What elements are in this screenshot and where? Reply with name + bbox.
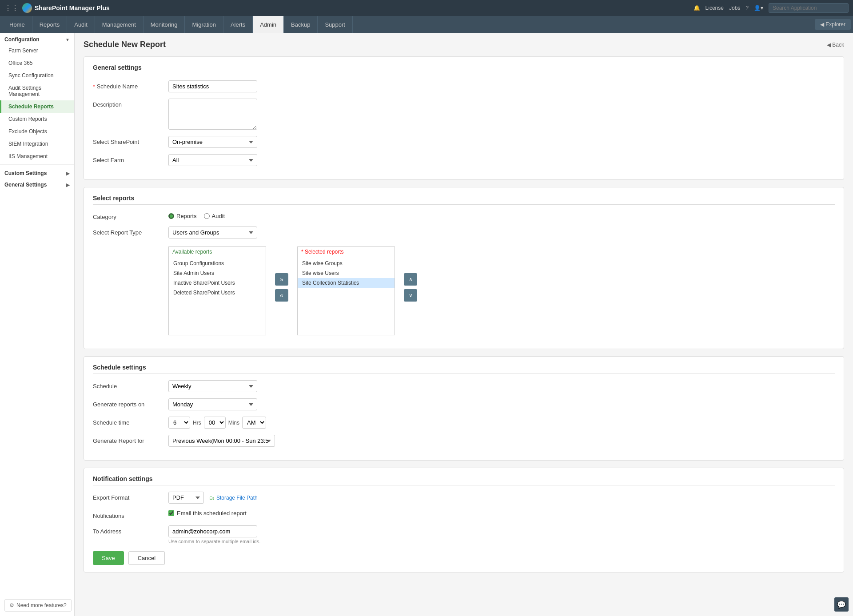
schedule-time-label: Schedule time bbox=[93, 417, 168, 426]
tab-audit[interactable]: Audit bbox=[67, 16, 95, 33]
category-group: Category Reports Audit bbox=[93, 211, 835, 220]
description-textarea[interactable] bbox=[168, 99, 257, 130]
list-item[interactable]: Deleted SharePoint Users bbox=[169, 288, 266, 298]
selected-reports-list: Site wise Groups Site wise Users Site Co… bbox=[298, 257, 395, 290]
list-item[interactable]: Site wise Users bbox=[298, 268, 395, 278]
notification-settings-title: Notification settings bbox=[93, 475, 835, 485]
category-reports-radio[interactable]: Reports bbox=[168, 213, 197, 219]
category-audit-radio[interactable]: Audit bbox=[204, 213, 225, 219]
sidebar-custom-settings-section[interactable]: Custom Settings ▶ bbox=[0, 167, 74, 178]
add-reports-button[interactable]: » bbox=[275, 273, 288, 286]
tab-admin[interactable]: Admin bbox=[253, 16, 284, 33]
time-hour-dropdown[interactable]: 6 12345 789101112 bbox=[168, 417, 190, 429]
tab-monitoring[interactable]: Monitoring bbox=[143, 16, 185, 33]
reports-picker-group: Available reports Group Configurations S… bbox=[93, 245, 835, 335]
reports-picker: Available reports Group Configurations S… bbox=[168, 246, 417, 335]
list-item[interactable]: Inactive SharePoint Users bbox=[169, 278, 266, 288]
grid-icon[interactable]: ⋮⋮ bbox=[4, 4, 19, 12]
back-button[interactable]: ◀ Back bbox=[827, 42, 844, 48]
to-address-label: To Address bbox=[93, 525, 168, 535]
sidebar-item-schedule-reports[interactable]: Schedule Reports bbox=[0, 100, 74, 113]
report-type-group: Select Report Type Users and Groups Site… bbox=[93, 227, 835, 238]
sidebar-item-sync-configuration[interactable]: Sync Configuration bbox=[0, 69, 74, 82]
export-format-label: Export Format bbox=[93, 492, 168, 501]
cancel-button[interactable]: Cancel bbox=[128, 551, 165, 565]
tab-home[interactable]: Home bbox=[2, 16, 32, 33]
export-format-group: Export Format PDFCSVXLS 🗂 Storage File P… bbox=[93, 492, 835, 504]
page-header: Schedule New Report ◀ Back bbox=[84, 40, 844, 49]
need-features-bar[interactable]: ⚙ Need more features? bbox=[4, 599, 72, 612]
export-format-row: PDFCSVXLS 🗂 Storage File Path bbox=[168, 492, 258, 504]
sidebar-configuration-section[interactable]: Configuration ▼ bbox=[0, 33, 74, 44]
schedule-dropdown[interactable]: Weekly Daily Monthly bbox=[168, 380, 257, 392]
tab-migration[interactable]: Migration bbox=[185, 16, 223, 33]
main-content: Schedule New Report ◀ Back General setti… bbox=[75, 33, 853, 616]
sidebar-item-farm-server[interactable]: Farm Server bbox=[0, 44, 74, 57]
list-item[interactable]: Group Configurations bbox=[169, 258, 266, 268]
sidebar-item-office-365[interactable]: Office 365 bbox=[0, 57, 74, 69]
email-checkbox-label[interactable]: Email this scheduled report bbox=[168, 510, 247, 517]
report-type-label: Select Report Type bbox=[93, 227, 168, 236]
schedule-group: Schedule Weekly Daily Monthly bbox=[93, 380, 835, 392]
remove-reports-button[interactable]: « bbox=[275, 289, 288, 302]
list-item[interactable]: Site wise Groups bbox=[298, 258, 395, 268]
sidebar-general-settings-section[interactable]: General Settings ▶ bbox=[0, 178, 74, 190]
description-group: Description bbox=[93, 99, 835, 130]
category-radio-group: Reports Audit bbox=[168, 211, 225, 219]
select-farm-dropdown[interactable]: All bbox=[168, 154, 257, 166]
sidebar-item-custom-reports[interactable]: Custom Reports bbox=[0, 113, 74, 125]
hint-text: Use comma to separate multiple email ids… bbox=[168, 539, 260, 544]
jobs-link[interactable]: Jobs bbox=[729, 5, 740, 11]
selected-reports-box: Selected reports Site wise Groups Site w… bbox=[297, 246, 395, 335]
schedule-name-group: Schedule Name bbox=[93, 80, 835, 92]
schedule-time-group: Schedule time 6 12345 789101112 Hrs 0015… bbox=[93, 417, 835, 429]
schedule-name-input[interactable] bbox=[168, 80, 257, 92]
generate-on-label: Generate reports on bbox=[93, 398, 168, 408]
generate-for-dropdown[interactable]: Previous Week(Mon 00:00 - Sun 23:5 bbox=[168, 435, 275, 447]
explorer-button[interactable]: ◀ Explorer bbox=[815, 19, 851, 30]
category-reports-label: Reports bbox=[176, 213, 197, 219]
help-icon[interactable]: ? bbox=[745, 5, 749, 11]
export-format-dropdown[interactable]: PDFCSVXLS bbox=[168, 492, 204, 504]
sidebar-item-exclude-objects[interactable]: Exclude Objects bbox=[0, 125, 74, 138]
available-reports-box: Available reports Group Configurations S… bbox=[168, 246, 266, 335]
select-sharepoint-group: Select SharePoint On-premise Online bbox=[93, 136, 835, 148]
sidebar-item-siem-integration[interactable]: SIEM Integration bbox=[0, 138, 74, 150]
list-item[interactable]: Site Admin Users bbox=[169, 268, 266, 278]
general-settings-title: General settings bbox=[93, 64, 835, 74]
sidebar-item-audit-settings[interactable]: Audit Settings Management bbox=[0, 82, 74, 100]
move-down-button[interactable]: ∨ bbox=[404, 289, 417, 302]
to-address-input[interactable] bbox=[168, 525, 257, 537]
tab-alerts[interactable]: Alerts bbox=[223, 16, 253, 33]
sidebar-item-iis-management[interactable]: IIS Management bbox=[0, 150, 74, 163]
license-link[interactable]: License bbox=[706, 5, 724, 11]
chat-button[interactable]: 💬 bbox=[834, 597, 849, 612]
storage-file-path-link[interactable]: 🗂 Storage File Path bbox=[209, 495, 258, 501]
description-label: Description bbox=[93, 99, 168, 108]
tab-reports[interactable]: Reports bbox=[32, 16, 68, 33]
navtabs-right: ◀ Explorer bbox=[815, 19, 851, 30]
report-type-dropdown[interactable]: Users and Groups Sites Statistics Permis… bbox=[168, 227, 257, 238]
list-item[interactable]: Site Collection Statistics bbox=[298, 278, 395, 288]
topbar-right: 🔔 License Jobs ? 👤▾ bbox=[694, 3, 849, 13]
search-input[interactable] bbox=[769, 3, 849, 13]
save-button[interactable]: Save bbox=[93, 551, 124, 565]
app-title: SharePoint Manager Plus bbox=[35, 4, 110, 12]
bell-icon[interactable]: 🔔 bbox=[694, 5, 700, 11]
selected-reports-title: Selected reports bbox=[298, 247, 395, 257]
time-picker: 6 12345 789101112 Hrs 00153045 Mins AMPM bbox=[168, 417, 266, 429]
hrs-label: Hrs bbox=[193, 420, 201, 426]
email-checkbox[interactable] bbox=[168, 510, 174, 516]
tab-backup[interactable]: Backup bbox=[284, 16, 318, 33]
sidebar-custom-settings-label: Custom Settings bbox=[4, 170, 47, 176]
user-icon[interactable]: 👤▾ bbox=[754, 5, 763, 11]
select-sharepoint-dropdown[interactable]: On-premise Online bbox=[168, 136, 257, 148]
tab-management[interactable]: Management bbox=[95, 16, 143, 33]
time-ampm-dropdown[interactable]: AMPM bbox=[242, 417, 266, 429]
time-min-dropdown[interactable]: 00153045 bbox=[204, 417, 226, 429]
tab-support[interactable]: Support bbox=[318, 16, 353, 33]
sidebar-configuration-arrow: ▼ bbox=[65, 37, 70, 42]
move-up-button[interactable]: ∧ bbox=[404, 273, 417, 286]
available-reports-title: Available reports bbox=[169, 247, 266, 257]
generate-on-dropdown[interactable]: Monday Tuesday Wednesday Thursday Friday… bbox=[168, 398, 257, 410]
